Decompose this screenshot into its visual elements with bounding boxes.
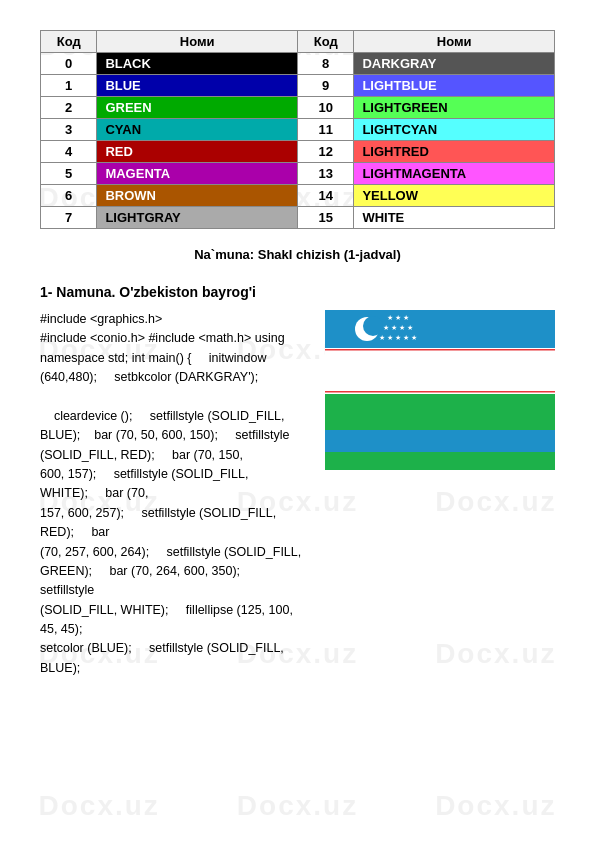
name-cell-left: RED xyxy=(97,141,298,163)
color-table: Код Номи Код Номи 0BLACK8DARKGRAY1BLUE9L… xyxy=(40,30,555,229)
code-cell-left: 6 xyxy=(41,185,97,207)
name-cell-right: LIGHTCYAN xyxy=(354,119,555,141)
name-cell-right: LIGHTBLUE xyxy=(354,75,555,97)
table-row: 0BLACK8DARKGRAY xyxy=(41,53,555,75)
code-text: #include <graphics.h> #include <conio.h>… xyxy=(40,310,305,678)
section-title: 1- Namuna. O'zbekiston bayrog'i xyxy=(40,284,555,300)
name-cell-left: CYAN xyxy=(97,119,298,141)
flag-section: #include <graphics.h> #include <conio.h>… xyxy=(40,310,555,678)
code-cell-right: 13 xyxy=(297,163,353,185)
svg-text:★ ★ ★: ★ ★ ★ xyxy=(387,314,409,321)
svg-point-8 xyxy=(363,316,383,336)
code-cell-right: 11 xyxy=(297,119,353,141)
code-cell-right: 15 xyxy=(297,207,353,229)
name-cell-left: MAGENTA xyxy=(97,163,298,185)
svg-rect-2 xyxy=(325,352,555,390)
code-cell-left: 5 xyxy=(41,163,97,185)
code-cell-left: 4 xyxy=(41,141,97,163)
col-header-name1: Номи xyxy=(97,31,298,53)
name-cell-right: YELLOW xyxy=(354,185,555,207)
code-cell-left: 7 xyxy=(41,207,97,229)
table-caption: Na`muna: Shakl chizish (1-jadval) xyxy=(40,247,555,262)
code-block: #include <graphics.h> #include <conio.h>… xyxy=(40,310,305,678)
page-content: Код Номи Код Номи 0BLACK8DARKGRAY1BLUE9L… xyxy=(0,0,595,718)
code-cell-right: 12 xyxy=(297,141,353,163)
flag-svg: ★ ★ ★ ★ ★ ★ ★ ★ ★ ★ ★ ★ xyxy=(325,310,555,430)
col-header-name2: Номи xyxy=(354,31,555,53)
table-row: 2GREEN10LIGHTGREEN xyxy=(41,97,555,119)
code-cell-right: 14 xyxy=(297,185,353,207)
code-cell-left: 0 xyxy=(41,53,97,75)
table-row: 3CYAN11LIGHTCYAN xyxy=(41,119,555,141)
flag-visual: ★ ★ ★ ★ ★ ★ ★ ★ ★ ★ ★ ★ xyxy=(325,310,555,678)
name-cell-left: BLACK xyxy=(97,53,298,75)
table-row: 1BLUE9LIGHTBLUE xyxy=(41,75,555,97)
table-row: 5MAGENTA13LIGHTMAGENTA xyxy=(41,163,555,185)
name-cell-left: LIGHTGRAY xyxy=(97,207,298,229)
svg-rect-4 xyxy=(325,394,555,430)
svg-text:★ ★ ★ ★ ★: ★ ★ ★ ★ ★ xyxy=(379,334,417,341)
svg-rect-5 xyxy=(325,349,555,351)
name-cell-right: DARKGRAY xyxy=(354,53,555,75)
svg-text:★ ★ ★ ★: ★ ★ ★ ★ xyxy=(383,324,413,331)
table-row: 4RED12LIGHTRED xyxy=(41,141,555,163)
code-cell-left: 1 xyxy=(41,75,97,97)
code-cell-right: 9 xyxy=(297,75,353,97)
table-row: 6BROWN14YELLOW xyxy=(41,185,555,207)
name-cell-left: BLUE xyxy=(97,75,298,97)
code-cell-left: 2 xyxy=(41,97,97,119)
col-header-code2: Код xyxy=(297,31,353,53)
svg-rect-6 xyxy=(325,391,555,393)
code-cell-left: 3 xyxy=(41,119,97,141)
code-cell-right: 8 xyxy=(297,53,353,75)
table-row: 7LIGHTGRAY15WHITE xyxy=(41,207,555,229)
name-cell-right: LIGHTMAGENTA xyxy=(354,163,555,185)
name-cell-left: GREEN xyxy=(97,97,298,119)
name-cell-right: LIGHTGREEN xyxy=(354,97,555,119)
name-cell-left: BROWN xyxy=(97,185,298,207)
col-header-code1: Код xyxy=(41,31,97,53)
code-cell-right: 10 xyxy=(297,97,353,119)
name-cell-right: WHITE xyxy=(354,207,555,229)
name-cell-right: LIGHTRED xyxy=(354,141,555,163)
